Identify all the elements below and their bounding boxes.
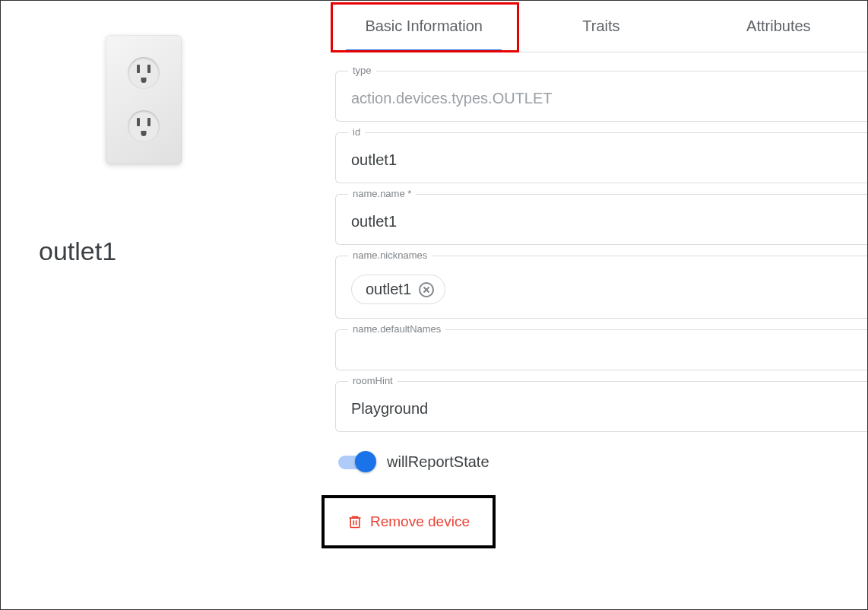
field-label: name.defaultNames	[348, 323, 445, 335]
remove-device-button[interactable]: Remove device	[347, 513, 470, 530]
remove-device-highlight: Remove device	[322, 495, 496, 548]
field-value: Playground	[351, 400, 854, 418]
field-label: name.nicknames	[348, 249, 432, 261]
device-title: outlet1	[39, 237, 116, 266]
trash-icon	[347, 513, 363, 530]
chip-label: outlet1	[366, 281, 411, 298]
device-preview-panel: outlet1	[1, 1, 335, 609]
field-name-nicknames[interactable]: name.nicknames outlet1	[335, 256, 868, 319]
field-roomhint[interactable]: roomHint Playground	[335, 381, 868, 432]
tab-traits[interactable]: Traits	[512, 1, 689, 52]
field-label: roomHint	[348, 375, 398, 386]
field-value: action.devices.types.OUTLET	[351, 90, 854, 107]
svg-rect-0	[350, 518, 360, 528]
toggle-willreportstate[interactable]	[338, 456, 373, 469]
field-label: type	[348, 65, 376, 76]
field-value: outlet1	[351, 151, 854, 169]
tabs-bar: Basic Information Traits Attributes	[335, 1, 867, 52]
nickname-chip[interactable]: outlet1	[351, 275, 445, 304]
toggle-willreportstate-row: willReportState	[335, 443, 867, 481]
tab-label: Attributes	[746, 17, 810, 35]
toggle-label: willReportState	[387, 453, 489, 471]
field-name-defaultnames[interactable]: name.defaultNames	[335, 329, 868, 370]
tab-label: Basic Information	[365, 17, 483, 35]
outlet-icon	[106, 35, 182, 164]
tab-label: Traits	[582, 17, 619, 35]
field-name-name[interactable]: name.name * outlet1	[335, 194, 868, 245]
tab-basic-information[interactable]: Basic Information	[335, 1, 512, 52]
field-label: name.name *	[348, 188, 416, 199]
fields-area: type action.devices.types.OUTLET id outl…	[335, 52, 867, 548]
field-value: outlet1	[351, 213, 854, 230]
tab-attributes[interactable]: Attributes	[690, 1, 867, 52]
field-type[interactable]: type action.devices.types.OUTLET	[335, 71, 868, 122]
remove-chip-icon[interactable]	[419, 282, 434, 297]
field-label: id	[348, 126, 365, 138]
field-id[interactable]: id outlet1	[335, 132, 868, 183]
remove-device-label: Remove device	[370, 513, 470, 530]
